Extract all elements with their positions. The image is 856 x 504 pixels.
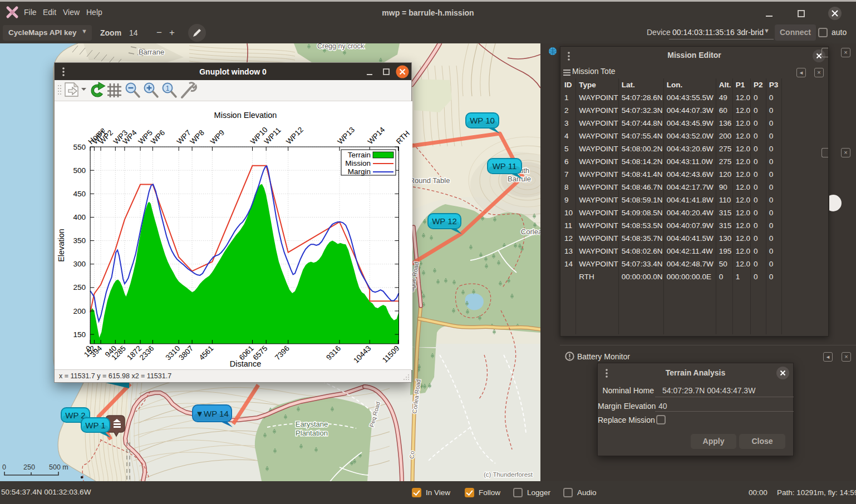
- svg-text:9316: 9316: [324, 344, 342, 362]
- svg-text:4561: 4561: [198, 344, 215, 362]
- svg-text:350: 350: [73, 236, 86, 245]
- svg-text:450: 450: [73, 190, 86, 198]
- svg-text:Barrane: Barrane: [139, 48, 164, 56]
- svg-text:WP14: WP14: [366, 125, 387, 146]
- svg-text:500 m: 500 m: [49, 463, 68, 471]
- svg-text:500: 500: [73, 166, 86, 175]
- svg-text:250: 250: [73, 283, 86, 291]
- svg-text:WP6: WP6: [149, 129, 166, 146]
- svg-text:WP12: WP12: [284, 126, 305, 146]
- svg-text:Plantation: Plantation: [296, 429, 328, 437]
- svg-text:200: 200: [73, 307, 86, 315]
- svg-text:WP 12: WP 12: [432, 216, 457, 226]
- svg-text:(c) Thunderforest: (c) Thunderforest: [484, 471, 533, 478]
- svg-text:Round Table: Round Table: [410, 176, 450, 185]
- svg-text:400: 400: [73, 213, 86, 221]
- svg-text:Elevation: Elevation: [57, 229, 66, 262]
- svg-text:3807: 3807: [177, 344, 195, 362]
- svg-text:7396: 7396: [273, 344, 291, 362]
- svg-text:WP 11: WP 11: [493, 161, 517, 171]
- svg-text:▼WP 14: ▼WP 14: [195, 409, 229, 418]
- svg-text:1: 1: [166, 85, 170, 92]
- svg-text:WP7: WP7: [175, 129, 193, 146]
- svg-text:WP8: WP8: [189, 129, 206, 146]
- svg-text:WP13: WP13: [336, 126, 357, 146]
- svg-text:Terrain: Terrain: [348, 151, 371, 159]
- svg-text:250: 250: [23, 463, 35, 471]
- svg-text:Distance: Distance: [230, 359, 261, 368]
- svg-text:Earystane: Earystane: [296, 420, 328, 428]
- svg-text:RTH: RTH: [395, 129, 411, 146]
- svg-text:11509: 11509: [381, 344, 401, 364]
- svg-text:Mission: Mission: [345, 159, 371, 167]
- svg-text:Margin: Margin: [348, 167, 371, 176]
- svg-text:WP 1: WP 1: [85, 421, 105, 430]
- svg-text:WP 2: WP 2: [65, 411, 85, 420]
- svg-text:WP9: WP9: [209, 129, 226, 146]
- svg-text:Co: Co: [408, 451, 415, 459]
- svg-text:Corlea: Corlea: [521, 228, 540, 236]
- svg-text:550: 550: [73, 143, 86, 151]
- svg-text:WP 10: WP 10: [470, 116, 495, 125]
- svg-text:300: 300: [73, 260, 86, 268]
- svg-text:10443: 10443: [352, 344, 372, 365]
- svg-text:3310: 3310: [164, 344, 181, 362]
- svg-text:2336: 2336: [138, 344, 156, 362]
- svg-text:Mission Elevation: Mission Elevation: [214, 111, 277, 120]
- svg-text:0: 0: [2, 463, 6, 471]
- svg-text:150: 150: [73, 330, 86, 339]
- svg-text:Cregg ny crock: Cregg ny crock: [317, 43, 365, 50]
